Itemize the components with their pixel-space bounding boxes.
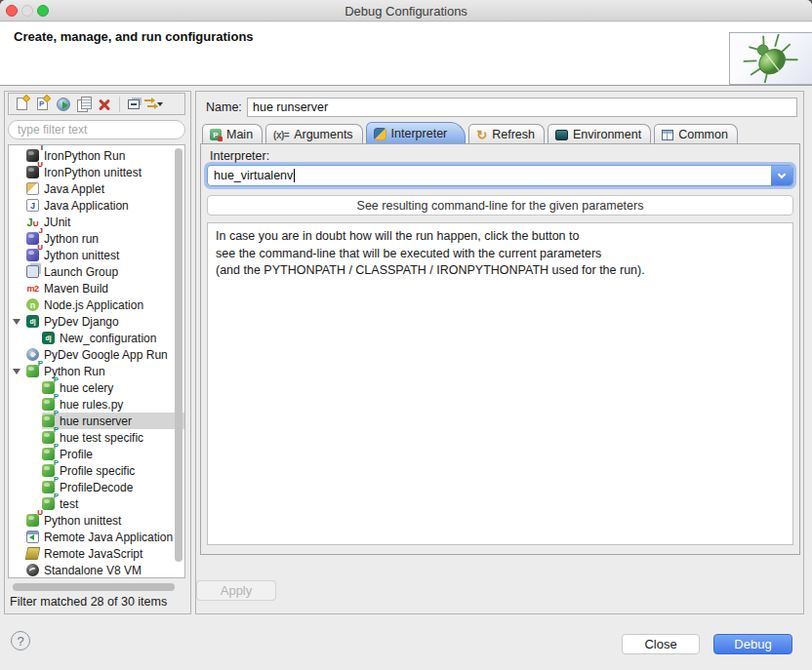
tree-item[interactable]: Standalone V8 VM xyxy=(9,562,184,578)
tree-item[interactable]: JJython run xyxy=(9,230,184,247)
django-config-icon xyxy=(42,332,55,344)
name-label: Name: xyxy=(206,100,242,114)
bug-icon xyxy=(741,34,801,83)
ironpython-unittest-icon: U xyxy=(26,166,39,178)
tree-vertical-scrollbar[interactable] xyxy=(175,148,183,562)
name-input[interactable] xyxy=(247,98,797,117)
configuration-tree[interactable]: IIronPython Run UIronPython unittest Jav… xyxy=(8,144,185,578)
java-application-icon xyxy=(26,199,39,212)
interpreter-value-field[interactable]: hue_virtualenv xyxy=(208,166,771,185)
jython-unittest-icon: U xyxy=(26,249,39,261)
filter-status: Filter matched 28 of 30 items xyxy=(10,595,167,609)
tree-item[interactable]: Ptest xyxy=(9,495,184,512)
interpreter-dropdown-button[interactable] xyxy=(771,166,792,185)
tree-item[interactable]: UPython unittest xyxy=(9,512,184,529)
collapse-all-button[interactable] xyxy=(124,96,142,113)
title-bar[interactable]: Debug Configurations xyxy=(0,0,812,21)
debug-configurations-dialog: Debug Configurations Create, manage, and… xyxy=(0,0,812,670)
remote-java-icon xyxy=(26,531,39,543)
pydev-main-icon xyxy=(210,129,222,140)
python-logo-icon xyxy=(374,128,386,140)
tree-item[interactable]: PProfile specific xyxy=(9,462,184,479)
see-command-line-button[interactable]: See resulting command-line for the given… xyxy=(207,195,793,216)
tree-horizontal-scrollbar[interactable] xyxy=(13,583,175,591)
page-title: Create, manage, and run configurations xyxy=(14,29,254,44)
tab-refresh[interactable]: ↻ Refresh xyxy=(468,124,545,144)
apply-button[interactable]: Apply xyxy=(196,580,276,601)
tree-item[interactable]: Maven Build xyxy=(9,280,184,296)
new-prototype-button[interactable]: P xyxy=(33,96,52,113)
tree-item[interactable]: UJython unittest xyxy=(9,247,184,263)
environment-icon xyxy=(555,130,568,140)
tab-main[interactable]: Main xyxy=(202,124,263,144)
tree-item[interactable]: New_configuration xyxy=(9,330,184,346)
tree-item[interactable]: Phue test specific xyxy=(9,429,184,446)
window-title: Debug Configurations xyxy=(0,4,812,19)
tree-item[interactable]: Java Application xyxy=(9,197,184,214)
tree-item[interactable]: UIronPython unittest xyxy=(9,164,184,180)
export-configurations-button[interactable] xyxy=(54,96,72,113)
text-caret xyxy=(294,169,295,182)
interpreter-combo[interactable]: hue_virtualenv xyxy=(207,165,793,186)
launch-config-sidebar: P IIronPython Run UIronPython unittest J… xyxy=(4,91,191,614)
django-icon xyxy=(26,315,39,328)
new-configuration-button[interactable] xyxy=(13,96,31,113)
interpreter-info-text: In case you are in doubt how will the ru… xyxy=(207,222,793,545)
close-button[interactable]: Close xyxy=(622,634,700,654)
tab-environment[interactable]: Environment xyxy=(548,124,651,144)
filter-input[interactable] xyxy=(8,120,185,139)
tree-item[interactable]: Launch Group xyxy=(9,263,184,280)
tree-item[interactable]: Remote Java Application xyxy=(9,529,184,545)
tree-item-selected[interactable]: Phue runserver xyxy=(9,413,184,429)
config-tab-bar: Main (x)= Arguments Interpreter ↻ Refres… xyxy=(202,122,797,144)
tree-item-expanded[interactable]: PPython Run xyxy=(9,363,184,379)
tree-item[interactable]: Java Applet xyxy=(9,180,184,197)
dialog-header: Create, manage, and run configurations xyxy=(0,22,812,86)
remote-javascript-icon xyxy=(25,547,41,560)
python-run-icon: P xyxy=(26,365,39,377)
maven-build-icon xyxy=(26,282,39,295)
help-button[interactable]: ? xyxy=(11,631,30,650)
duplicate-configuration-button[interactable] xyxy=(74,96,93,113)
tree-item[interactable]: PyDev Google App Run xyxy=(9,346,184,363)
expand-triangle-icon[interactable] xyxy=(13,369,20,374)
toolbar-separator xyxy=(119,97,120,112)
tree-item[interactable]: Remote JavaScript xyxy=(9,545,184,562)
common-table-icon xyxy=(662,130,673,140)
chevron-down-icon xyxy=(778,170,786,177)
interpreter-tab-content: Interpreter: hue_virtualenv See resultin… xyxy=(200,143,800,555)
debug-button[interactable]: Debug xyxy=(713,634,792,654)
configuration-detail-panel: Name: Main (x)= Arguments Interpreter ↻ … xyxy=(195,91,804,614)
tree-item[interactable]: PProfileDecode xyxy=(9,479,184,495)
tree-item[interactable]: Phue celery xyxy=(9,379,184,396)
tree-item[interactable]: JUnit xyxy=(9,214,184,230)
sidebar-toolbar: P xyxy=(8,93,185,115)
refresh-icon: ↻ xyxy=(476,129,487,141)
bug-banner xyxy=(729,32,812,85)
expand-triangle-icon[interactable] xyxy=(13,319,20,325)
tree-item-expanded[interactable]: PyDev Django xyxy=(9,313,184,330)
v8-vm-icon xyxy=(26,564,39,576)
java-applet-icon xyxy=(26,182,39,195)
python-config-icon: P xyxy=(42,497,55,510)
launch-group-icon xyxy=(26,265,39,278)
tab-common[interactable]: Common xyxy=(654,124,738,144)
interpreter-label: Interpreter: xyxy=(210,149,269,163)
delete-configuration-button[interactable] xyxy=(95,96,113,113)
tree-item[interactable]: PProfile xyxy=(9,446,184,462)
filter-configurations-button[interactable] xyxy=(144,96,163,113)
tab-arguments[interactable]: (x)= Arguments xyxy=(265,124,363,144)
junit-icon xyxy=(26,216,39,228)
python-unittest-icon: U xyxy=(26,514,39,527)
tree-item[interactable]: Node.js Application xyxy=(9,296,184,313)
nodejs-icon xyxy=(26,298,39,311)
arguments-icon: (x)= xyxy=(273,130,289,140)
tab-interpreter[interactable]: Interpreter xyxy=(366,122,467,144)
tree-item[interactable]: IIronPython Run xyxy=(9,147,184,164)
tree-item[interactable]: Phue rules.py xyxy=(9,396,184,413)
